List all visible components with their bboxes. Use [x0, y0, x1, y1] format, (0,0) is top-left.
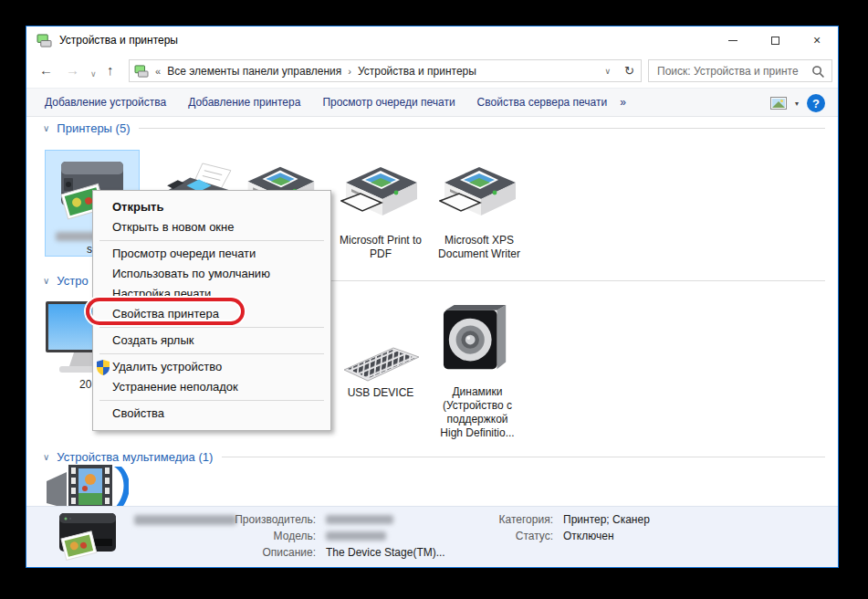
window-controls: ×	[712, 26, 838, 54]
section-title-devices: Устро	[57, 274, 88, 288]
section-header-multimedia[interactable]: ∨ Устройства мультимедиа (1)	[43, 448, 825, 465]
print-to-pdf-icon[interactable]	[340, 163, 421, 220]
close-icon: ×	[813, 34, 821, 47]
up-button[interactable]: ↑	[107, 61, 114, 79]
tile-label-usb-device[interactable]: USB DEVICE	[333, 386, 428, 400]
details-value-category: Принтер; Сканер	[563, 513, 650, 526]
tile-label-print-to-pdf[interactable]: Microsoft Print to PDF	[333, 234, 428, 261]
menu-item-open-new-window[interactable]: Открыть в новом окне	[93, 217, 330, 237]
close-button[interactable]: ×	[796, 26, 838, 54]
help-icon: ?	[812, 97, 820, 110]
menu-item-printing-preferences[interactable]: Настройка печати	[93, 284, 330, 304]
collapse-chevron-icon[interactable]: ∨	[43, 276, 49, 286]
minimize-icon	[728, 40, 737, 41]
address-location-icon	[134, 65, 149, 78]
speakers-line: (Устройство с	[417, 399, 538, 413]
selected-device-photo-icon	[50, 511, 125, 566]
refresh-button[interactable]: ↻	[618, 59, 642, 82]
search-input[interactable]	[655, 61, 810, 80]
devices-and-printers-window: Устройства и принтеры × ← → ∨ ↑ « Все эл…	[26, 26, 839, 568]
window-app-icon	[37, 34, 52, 47]
menu-separator	[99, 327, 324, 328]
details-label-description: Описание:	[191, 546, 316, 559]
section-divider	[222, 457, 825, 457]
print-server-properties-command[interactable]: Свойства сервера печати	[477, 96, 608, 109]
tile-label-speakers[interactable]: Динамики (Устройство с поддержкой High D…	[417, 385, 538, 440]
recent-pages-dropdown-icon[interactable]: ∨	[90, 65, 97, 83]
menu-separator	[99, 353, 324, 354]
help-button[interactable]: ?	[807, 94, 825, 112]
title-bar[interactable]: Устройства и принтеры ×	[26, 26, 838, 54]
command-bar: Добавление устройства Добавление принтер…	[26, 88, 838, 117]
section-header-printers[interactable]: ∨ Принтеры (5)	[43, 120, 825, 136]
minimize-button[interactable]	[712, 26, 754, 54]
details-label-status: Статус:	[442, 530, 553, 542]
speakers-line: High Definitio...	[417, 426, 538, 440]
details-label-category: Категория:	[442, 513, 553, 526]
redacted-model-value	[326, 531, 386, 541]
menu-separator	[99, 400, 324, 401]
redacted-manufacturer-value	[326, 515, 393, 524]
view-mode-icon[interactable]	[770, 97, 787, 110]
address-dropdown-icon[interactable]: ∨	[601, 67, 614, 76]
address-bar[interactable]: « Все элементы панели управления › Устро…	[129, 59, 619, 82]
search-box[interactable]	[648, 59, 832, 82]
collapse-chevron-icon[interactable]: ∨	[43, 452, 49, 462]
view-mode-caret-icon[interactable]: ▾	[795, 100, 799, 108]
refresh-icon: ↻	[624, 64, 634, 78]
xps-writer-icon[interactable]	[439, 163, 519, 220]
uac-shield-icon	[97, 360, 110, 375]
monitor-label-partial[interactable]: 20	[79, 378, 91, 391]
section-title-multimedia: Устройства мультимедиа (1)	[57, 450, 213, 464]
window-title: Устройства и принтеры	[59, 34, 178, 47]
section-title-printers: Принтеры (5)	[57, 121, 130, 135]
menu-item-troubleshoot[interactable]: Устранение неполадок	[93, 377, 330, 397]
menu-item-properties[interactable]: Свойства	[93, 404, 330, 424]
menu-item-create-shortcut[interactable]: Создать ярлык	[93, 331, 330, 351]
media-device-icon[interactable]	[45, 463, 129, 510]
view-print-queue-command[interactable]: Просмотр очереди печати	[322, 96, 455, 109]
speakers-line: поддержкой	[417, 413, 538, 426]
details-value-description: The Device Stage(TM)...	[326, 546, 445, 559]
toolbar-overflow-icon[interactable]: »	[620, 96, 626, 109]
tile-label-xps-writer[interactable]: Microsoft XPS Document Writer	[424, 234, 534, 261]
collapse-chevron-icon[interactable]: ∨	[43, 123, 49, 133]
crumb-separator-icon: ›	[348, 66, 351, 77]
context-menu: Открыть Открыть в новом окне Просмотр оч…	[92, 190, 331, 431]
menu-item-remove-device-label: Удалить устройство	[112, 360, 222, 373]
add-device-command[interactable]: Добавление устройства	[45, 96, 166, 109]
forward-button[interactable]: →	[66, 61, 79, 79]
maximize-icon	[771, 37, 779, 45]
navigation-bar: ← → ∨ ↑ « Все элементы панели управления…	[26, 54, 838, 88]
menu-item-set-default[interactable]: Использовать по умолчанию	[93, 264, 330, 284]
toolbar-right-group: ▾ ?	[770, 89, 825, 118]
breadcrumb-overflow-icon[interactable]: «	[155, 66, 161, 77]
breadcrumb-devices-printers[interactable]: Устройства и принтеры	[358, 65, 476, 78]
search-icon	[811, 65, 825, 79]
keyboard-icon[interactable]	[339, 342, 423, 382]
menu-item-remove-device[interactable]: Удалить устройство	[93, 357, 330, 377]
menu-item-open[interactable]: Открыть	[93, 197, 330, 217]
details-value-status: Отключен	[563, 530, 614, 542]
section-divider	[139, 128, 825, 129]
back-button[interactable]: ←	[39, 61, 53, 79]
details-label-model: Модель:	[191, 530, 316, 542]
desktop-background: Устройства и принтеры × ← → ∨ ↑ « Все эл…	[0, 0, 868, 599]
details-label-manufacturer: Производитель:	[191, 513, 316, 526]
details-pane: Производитель: Модель: Описание: The Dev…	[26, 506, 838, 567]
menu-item-view-print-queue[interactable]: Просмотр очереди печати	[93, 244, 330, 264]
speaker-icon[interactable]	[442, 303, 513, 378]
menu-separator	[99, 240, 324, 241]
add-printer-command[interactable]: Добавление принтера	[188, 96, 300, 109]
menu-item-printer-properties[interactable]: Свойства принтера	[93, 304, 330, 324]
breadcrumb-control-panel[interactable]: Все элементы панели управления	[167, 65, 341, 78]
speakers-line: Динамики	[417, 385, 538, 399]
maximize-button[interactable]	[754, 26, 796, 54]
